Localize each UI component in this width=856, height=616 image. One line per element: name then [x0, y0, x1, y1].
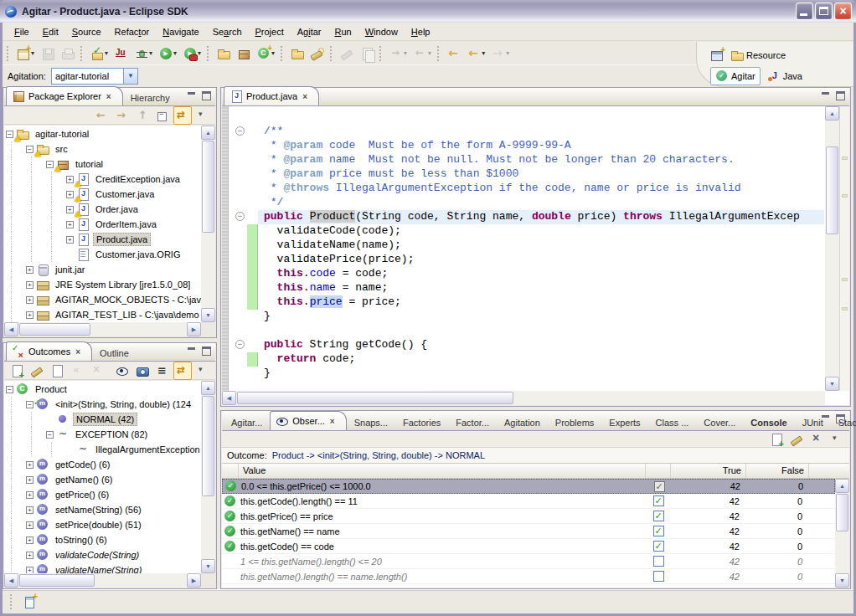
- scroll-left-icon[interactable]: ◀: [4, 573, 18, 588]
- package-explorer-item[interactable]: +AGITAR_MOCK_OBJECTS - C:\java: [4, 292, 201, 307]
- expander-plus-icon[interactable]: +: [66, 206, 74, 213]
- outcomes-item[interactable]: +setPrice(double) (51): [4, 517, 201, 532]
- outcomes-item[interactable]: NORMAL (42): [4, 412, 201, 427]
- code-line[interactable]: return code;: [222, 352, 824, 367]
- code-line[interactable]: this.price = price;: [222, 295, 824, 310]
- scroll-left-icon[interactable]: ◀: [222, 391, 236, 405]
- expander-plus-icon[interactable]: +: [66, 176, 74, 183]
- scroll-thumb[interactable]: [237, 392, 513, 404]
- scroll-up-icon[interactable]: ▲: [201, 381, 215, 395]
- edit-button[interactable]: [787, 430, 806, 449]
- link-button[interactable]: [173, 106, 192, 125]
- close-icon[interactable]: ×: [302, 92, 307, 101]
- fold-collapse-icon[interactable]: −: [235, 212, 245, 221]
- code-line[interactable]: * @param code Must be of the form A-9999…: [222, 139, 824, 153]
- minimize-button[interactable]: [796, 3, 813, 20]
- expander-plus-icon[interactable]: +: [66, 221, 74, 228]
- table-row[interactable]: this.getCode() == code✓420: [222, 539, 835, 554]
- menu-window[interactable]: Window: [358, 24, 405, 39]
- expander-plus-icon[interactable]: +: [26, 521, 34, 529]
- expander-plus-icon[interactable]: +: [26, 567, 34, 574]
- new-snapshot-button[interactable]: [767, 430, 786, 449]
- edit-button[interactable]: [28, 362, 46, 380]
- package-explorer-item[interactable]: −agitar-tutorial: [4, 126, 201, 141]
- code-line[interactable]: this.name = name;: [222, 281, 824, 295]
- bottom-tab-factor[interactable]: Factor...: [448, 415, 497, 430]
- expander-plus-icon[interactable]: +: [26, 311, 34, 319]
- run-button[interactable]: ▾: [157, 44, 179, 63]
- menu-source[interactable]: Source: [65, 24, 108, 39]
- view-minimize-button[interactable]: [186, 346, 198, 357]
- scroll-thumb[interactable]: [202, 141, 214, 233]
- table-row[interactable]: 0.0 <= this.getPrice() <= 1000.0✓420: [222, 479, 835, 494]
- package-explorer-item[interactable]: +OrderItem.java: [4, 217, 201, 232]
- new-snapshot-button[interactable]: [8, 362, 26, 380]
- bottom-tab-snaps[interactable]: Snaps...: [347, 415, 395, 430]
- outcomes-item[interactable]: +toString() (6): [4, 532, 201, 547]
- editor-content[interactable]: −/** * @param code Must be of the form A…: [222, 106, 849, 405]
- collapse-all-button[interactable]: [153, 106, 172, 125]
- debug-button[interactable]: ▾: [132, 44, 155, 63]
- code-line[interactable]: validateName(name);: [222, 239, 824, 253]
- agitate-button[interactable]: ▾: [88, 44, 111, 63]
- expander-minus-icon[interactable]: −: [6, 386, 13, 393]
- code-line[interactable]: }: [222, 310, 824, 324]
- code-line[interactable]: this.code = code;: [222, 267, 824, 281]
- menu-help[interactable]: Help: [405, 24, 437, 39]
- new-wizard-button[interactable]: ▾: [14, 44, 37, 63]
- scroll-thumb[interactable]: [836, 494, 848, 531]
- menu-refactor[interactable]: Refactor: [108, 24, 157, 39]
- new-java-project-button[interactable]: [214, 44, 233, 63]
- new-class-button[interactable]: ▾: [255, 44, 277, 63]
- eye-button[interactable]: [113, 362, 131, 380]
- editor-vertical-scrollbar[interactable]: ▲ ▼: [825, 106, 839, 391]
- perspective-agitar[interactable]: Agitar: [710, 67, 761, 85]
- search-button[interactable]: [308, 44, 327, 63]
- expander-plus-icon[interactable]: +: [26, 461, 34, 469]
- package-explorer-item[interactable]: +AGITAR_TEST_LIB - C:\java\demo: [4, 307, 201, 322]
- scroll-up-icon[interactable]: ▲: [825, 106, 839, 121]
- expander-plus-icon[interactable]: +: [26, 536, 34, 544]
- view-minimize-button[interactable]: [820, 91, 832, 101]
- outcomes-tab-outline[interactable]: Outline: [92, 346, 137, 361]
- expander-minus-icon[interactable]: −: [6, 131, 13, 138]
- code-line[interactable]: validateCode(code);: [222, 224, 824, 239]
- menu-agitar[interactable]: Agitar: [291, 24, 328, 39]
- package-explorer-item[interactable]: +Product.java: [4, 232, 201, 247]
- new-package-button[interactable]: [235, 44, 253, 63]
- outcomes-item[interactable]: −<init>(String, String, double) (124: [4, 397, 201, 412]
- checkbox-unchecked[interactable]: [653, 571, 664, 582]
- bottom-tab-cover[interactable]: Cover...: [696, 415, 743, 430]
- expander-plus-icon[interactable]: +: [26, 552, 34, 559]
- fast-view-icon[interactable]: [23, 595, 37, 608]
- pe-horizontal-scrollbar[interactable]: ◀ ▶: [4, 322, 201, 336]
- scroll-up-icon[interactable]: ▲: [835, 479, 849, 493]
- package-explorer-item[interactable]: +Order.java: [4, 202, 201, 217]
- title-bar[interactable]: Agitar - Product.java - Eclipse SDK ×: [0, 0, 856, 23]
- expander-plus-icon[interactable]: +: [26, 491, 34, 499]
- code-editor[interactable]: −/** * @param code Must be of the form A…: [222, 106, 824, 391]
- code-line[interactable]: [222, 110, 824, 125]
- scroll-down-icon[interactable]: ▼: [835, 573, 849, 588]
- checkbox-checked[interactable]: ✓: [654, 481, 665, 492]
- camera-button[interactable]: [133, 362, 152, 380]
- scroll-thumb[interactable]: [19, 323, 90, 336]
- scroll-thumb[interactable]: [826, 146, 838, 234]
- nav-back-button[interactable]: [93, 106, 111, 125]
- package-explorer-item[interactable]: +junit.jar: [4, 262, 201, 277]
- delete-dark-button[interactable]: [807, 430, 826, 449]
- scroll-up-icon[interactable]: ▲: [201, 126, 215, 140]
- expander-plus-icon[interactable]: +: [66, 236, 74, 244]
- package-explorer-tab-hierarchy[interactable]: Hierarchy: [123, 90, 178, 105]
- view-maximize-button[interactable]: [835, 414, 847, 424]
- overview-ruler[interactable]: [839, 106, 849, 391]
- bottom-tab-console[interactable]: Console: [743, 415, 794, 430]
- junit-button[interactable]: [112, 44, 131, 63]
- outcomes-horizontal-scrollbar[interactable]: ◀ ▶: [4, 573, 201, 588]
- table-row[interactable]: this.getCode().length() == 11✓420: [222, 494, 835, 509]
- table-row[interactable]: this.getPrice() == price✓420: [222, 509, 835, 524]
- expander-minus-icon[interactable]: −: [26, 401, 34, 408]
- sort-button[interactable]: [153, 362, 172, 380]
- package-explorer-item[interactable]: +JRE System Library [jre1.5.0_08]: [4, 277, 201, 292]
- bottom-tab-experts[interactable]: Experts: [601, 415, 647, 430]
